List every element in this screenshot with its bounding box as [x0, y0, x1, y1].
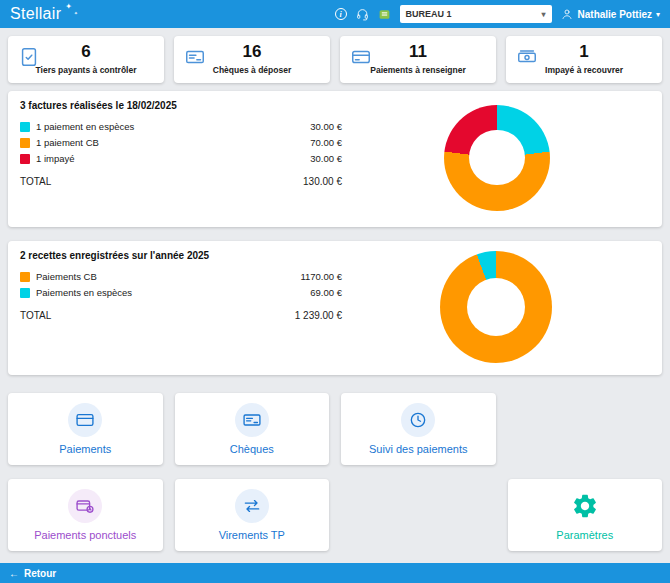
app-logo: Stellair ✦ ✦: [10, 5, 73, 23]
card-edit-icon: [350, 46, 372, 72]
legend-row: Paiements CB 1170.00 €: [20, 269, 342, 285]
action-label: Paiements ponctuels: [34, 529, 136, 541]
top-bar: Stellair ✦ ✦ i: [0, 0, 670, 28]
office-select-value: BUREAU 1: [406, 9, 542, 19]
legend-swatch: [20, 154, 30, 164]
stat-card-cheques[interactable]: 16 Chèques à déposer: [174, 36, 330, 83]
legend-row: 1 paiement CB 70.00 €: [20, 135, 342, 151]
office-select[interactable]: BUREAU 1 ▾: [400, 5, 552, 23]
legend-amount: 30.00 €: [310, 153, 342, 164]
chevron-down-icon: ▾: [656, 10, 660, 19]
back-button[interactable]: ← Retour: [0, 563, 670, 583]
stats-row: 6 Tiers payants à contrôler 16 Chèques à…: [0, 28, 670, 87]
vital-card-icon[interactable]: [378, 7, 392, 21]
invoice-check-icon: [18, 46, 40, 72]
action-virements-tp[interactable]: Virements TP: [175, 479, 330, 551]
legend-swatch: [20, 272, 30, 282]
banknote-icon: [516, 46, 538, 72]
history-clock-icon: [401, 403, 435, 437]
back-arrow-icon: ←: [9, 568, 19, 579]
action-paiements[interactable]: Paiements: [8, 393, 163, 465]
legend-amount: 69.00 €: [310, 287, 342, 298]
action-label: Paramètres: [556, 529, 613, 541]
legend-label: 1 paiement en espèces: [36, 121, 134, 132]
stat-card-tiers-payants[interactable]: 6 Tiers payants à contrôler: [8, 36, 164, 83]
headset-icon[interactable]: [356, 7, 370, 21]
legend-row: 1 impayé 30.00 €: [20, 151, 342, 167]
legend-label: 1 impayé: [36, 153, 75, 164]
legend-swatch: [20, 288, 30, 298]
action-suivi-paiements[interactable]: Suivi des paiements: [341, 393, 496, 465]
cheque-icon: [235, 403, 269, 437]
chevron-down-icon: ▾: [542, 10, 546, 19]
legend-label: Paiements CB: [36, 271, 97, 282]
legend-label: Paiements en espèces: [36, 287, 132, 298]
cheque-deposit-icon: [184, 46, 206, 72]
action-parametres[interactable]: Paramètres: [508, 479, 663, 551]
invoices-panel-title: 3 factures réalisées le 18/02/2025: [20, 100, 650, 111]
receipts-panel-title: 2 recettes enregistrées sur l'année 2025: [20, 250, 650, 261]
invoices-panel: 3 factures réalisées le 18/02/2025 1 pai…: [8, 91, 662, 227]
receipts-legend: Paiements CB 1170.00 € Paiements en espè…: [20, 269, 342, 321]
logo-star-icon: ✦: [65, 2, 72, 11]
legend-row: Paiements en espèces 69.00 €: [20, 285, 342, 301]
card-clock-icon: [68, 489, 102, 523]
legend-amount: 70.00 €: [310, 137, 342, 148]
transfer-arrows-icon: [235, 489, 269, 523]
back-label: Retour: [24, 568, 56, 579]
actions-grid: Paiements Chèques Suiv: [0, 385, 670, 559]
action-label: Suivi des paiements: [369, 443, 467, 455]
legend-swatch: [20, 138, 30, 148]
legend-swatch: [20, 122, 30, 132]
actions-row-1: Paiements Chèques Suiv: [8, 393, 662, 465]
receipts-donut-chart: [440, 251, 552, 363]
header-right-cluster: i BUREAU 1 ▾: [334, 5, 660, 23]
total-row: TOTAL 1 239.00 €: [20, 310, 342, 321]
legend-label: 1 paiement CB: [36, 137, 99, 148]
stat-card-paiements[interactable]: 11 Paiements à renseigner: [340, 36, 496, 83]
action-label: Paiements: [59, 443, 111, 455]
user-name: Nathalie Pottiez: [578, 9, 652, 20]
app-name: Stellair: [10, 5, 61, 22]
gear-icon: [568, 489, 602, 523]
legend-amount: 1170.00 €: [300, 271, 342, 282]
total-label: TOTAL: [20, 310, 51, 321]
action-label: Chèques: [230, 443, 274, 455]
app-window: Stellair ✦ ✦ i: [0, 0, 670, 583]
total-label: TOTAL: [20, 176, 51, 187]
legend-amount: 30.00 €: [310, 121, 342, 132]
action-paiements-ponctuels[interactable]: Paiements ponctuels: [8, 479, 163, 551]
legend-row: 1 paiement en espèces 30.00 €: [20, 119, 342, 135]
action-label: Virements TP: [219, 529, 285, 541]
stat-card-impayes[interactable]: 1 Impayé à recouvrer: [506, 36, 662, 83]
action-cheques[interactable]: Chèques: [175, 393, 330, 465]
total-amount: 1 239.00 €: [295, 310, 342, 321]
logo-star-small-icon: ✦: [74, 10, 79, 16]
user-menu[interactable]: Nathalie Pottiez ▾: [560, 7, 660, 21]
total-amount: 130.00 €: [303, 176, 342, 187]
receipts-panel: 2 recettes enregistrées sur l'année 2025…: [8, 241, 662, 375]
total-row: TOTAL 130.00 €: [20, 176, 342, 187]
credit-card-icon: [68, 403, 102, 437]
invoices-donut-chart: [444, 105, 550, 211]
info-icon[interactable]: i: [334, 7, 348, 21]
user-icon: [560, 7, 574, 21]
invoices-legend: 1 paiement en espèces 30.00 € 1 paiement…: [20, 119, 342, 187]
actions-row-2: Paiements ponctuels Virements TP: [8, 479, 662, 551]
